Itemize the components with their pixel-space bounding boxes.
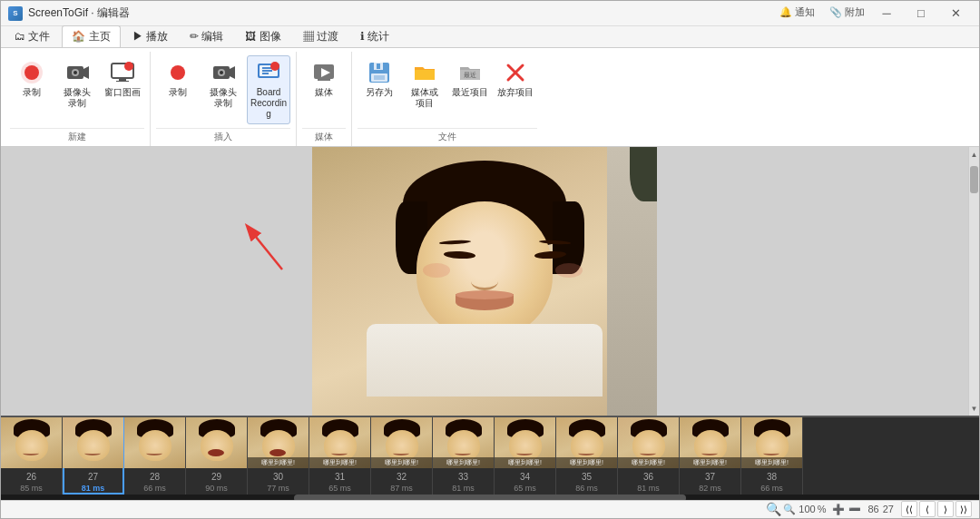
screen-record-label: 窗口图画 [104, 87, 141, 98]
timeline-frame-33[interactable]: 哪里到哪里! 33 81 ms [433, 417, 495, 495]
timeline-frame-27[interactable]: 27 81 ms [63, 417, 124, 495]
timeline-frame-29[interactable]: 29 90 ms [186, 417, 248, 495]
frame-number: 32 [397, 470, 407, 484]
group-insert: 录制 摄像头录制 [151, 52, 297, 146]
tab-trans[interactable]: ▦ 过渡 [293, 25, 348, 47]
record-icon [19, 60, 44, 85]
timeline-frame-36[interactable]: 哪里到哪里! 36 81 ms [618, 417, 680, 495]
frame-thumbnail: 哪里到哪里! [433, 417, 494, 468]
tab-file[interactable]: 🗂 文件 [5, 25, 60, 47]
group-media-label: 媒体 [302, 128, 346, 146]
svg-point-5 [74, 71, 77, 74]
frame-number: 28 [150, 470, 160, 484]
frame-overlay-text: 哪里到哪里! [680, 457, 740, 468]
board-recording-label: BoardRecording [250, 87, 288, 120]
svg-text:最近: 最近 [464, 72, 476, 78]
timeline-frame-38[interactable]: 哪里到哪里! 38 66 ms [741, 417, 803, 495]
timeline-scrollbar[interactable] [1, 495, 979, 500]
media-proj-label: 媒体或项目 [411, 87, 438, 109]
timeline-frame-28[interactable]: 28 66 ms [124, 417, 186, 495]
folder-icon [412, 60, 437, 85]
nav-next-button[interactable]: ⟩ [937, 501, 954, 517]
frame-time: 66 ms [760, 484, 783, 493]
media-label: 媒体 [315, 87, 333, 98]
ribbon-toolbar: 录制 摄像头录制 [1, 48, 979, 147]
svg-marker-3 [83, 66, 89, 79]
insert-camera-button[interactable]: 摄像头录制 [201, 55, 245, 113]
frame-overlay-text: 哪里到哪里! [309, 457, 370, 468]
timeline-frame-34[interactable]: 哪里到哪里! 34 65 ms [495, 417, 556, 495]
vertical-scrollbar[interactable]: ▲ ▼ [968, 147, 979, 416]
insert-camera-icon [211, 60, 236, 85]
tab-image[interactable]: 🖼 图像 [235, 25, 290, 47]
timeline-frame-30[interactable]: 哪里到哪里! 30 77 ms [248, 417, 309, 495]
frame-overlay-text: 哪里到哪里! [248, 457, 309, 468]
attach-btn[interactable]: 📎 附加 [824, 4, 870, 21]
record-button[interactable]: 录制 [10, 55, 54, 106]
svg-rect-29 [415, 70, 435, 80]
screen-record-button[interactable]: 窗口图画 [101, 55, 144, 106]
frame-time: 85 ms [20, 484, 43, 493]
close-button[interactable]: ✕ [939, 5, 972, 23]
frame-time: 66 ms [143, 484, 166, 493]
frame-number: 36 [643, 470, 653, 484]
timeline-frame-35[interactable]: 哪里到哪里! 35 86 ms [556, 417, 618, 495]
nav-prev-button[interactable]: ⟨ [919, 501, 936, 517]
main-content: ▲ ▼ 26 [1, 147, 979, 518]
frame-thumbnail: 哪里到哪里! [680, 417, 740, 468]
camera-record-label: 摄像头录制 [64, 87, 91, 109]
recent-button[interactable]: 最近 最近项目 [448, 55, 492, 106]
notify-btn[interactable]: 🔔 通知 [774, 4, 820, 21]
app-window: S ScreenToGif · 编辑器 🔔 通知 📎 附加 ─ □ ✕ 🗂 文件… [0, 0, 980, 519]
zoom-in-btn[interactable]: ➕ [832, 504, 845, 515]
board-recording-icon [256, 60, 281, 85]
frame-thumbnail: 哪里到哪里! [618, 417, 679, 468]
frame-overlay-text: 哪里到哪里! [495, 457, 555, 468]
timeline-frame-26[interactable]: 26 85 ms [1, 417, 63, 495]
frame-time: 87 ms [390, 484, 413, 493]
minimize-button[interactable]: ─ [870, 5, 903, 23]
frame-number: 33 [458, 470, 468, 484]
frame-thumbnail: 哪里到哪里! [741, 417, 802, 468]
discard-button[interactable]: 放弃项目 [494, 55, 537, 106]
status-bar: 🔍 🔍 100 % ➕ ➖ 86 27 ⟨⟨ ⟨ ⟩ ⟩⟩ [1, 500, 979, 518]
frame-thumbnail: 哪里到哪里! [495, 417, 555, 468]
timeline-frame-37[interactable]: 哪里到哪里! 37 82 ms [680, 417, 741, 495]
timeline-scroll-thumb[interactable] [294, 495, 685, 500]
frame-thumbnail [124, 417, 185, 468]
timeline-frame-32[interactable]: 哪里到哪里! 32 87 ms [371, 417, 433, 495]
scroll-thumb[interactable] [970, 166, 978, 193]
frame-time: 86 ms [575, 484, 598, 493]
frame-time: 81 ms [452, 484, 475, 493]
tab-stats[interactable]: ℹ 统计 [350, 25, 399, 47]
tab-edit[interactable]: ✏ 编辑 [180, 25, 233, 47]
tab-home[interactable]: 🏠 主页 [62, 25, 120, 47]
tab-play[interactable]: ▶ 播放 [122, 25, 178, 47]
nav-last-button[interactable]: ⟩⟩ [956, 501, 972, 517]
nav-first-button[interactable]: ⟨⟨ [901, 501, 917, 517]
zoom-minus-btn[interactable]: ➖ [848, 504, 861, 515]
nav-controls: ⟨⟨ ⟨ ⟩ ⟩⟩ [901, 501, 972, 517]
ribbon-tabs: 🗂 文件 🏠 主页 ▶ 播放 ✏ 编辑 🖼 图像 ▦ 过渡 ℹ 统计 [1, 26, 979, 48]
frame-number: 38 [767, 470, 777, 484]
svg-marker-12 [230, 66, 235, 79]
media-button[interactable]: 媒体 [302, 55, 346, 106]
frame-overlay-text: 哪里到哪里! [741, 457, 802, 468]
zoom-out-btn[interactable]: 🔍 [766, 502, 781, 516]
camera-record-icon [64, 60, 90, 85]
save-as-button[interactable]: 另存为 [358, 55, 401, 106]
title-bar: S ScreenToGif · 编辑器 🔔 通知 📎 附加 ─ □ ✕ [1, 1, 979, 26]
app-icon: S [8, 6, 23, 21]
scroll-up-arrow[interactable]: ▲ [969, 147, 980, 162]
timeline-frame-31[interactable]: 哪里到哪里! 31 65 ms [309, 417, 371, 495]
scroll-down-arrow[interactable]: ▼ [969, 401, 980, 416]
media-proj-button[interactable]: 媒体或项目 [403, 55, 446, 113]
timeline-area: 26 85 ms 27 81 ms [1, 416, 979, 500]
camera-record-button[interactable]: 摄像头录制 [55, 55, 99, 113]
maximize-button[interactable]: □ [905, 5, 937, 23]
frame-number: 29 [211, 470, 221, 484]
insert-record-button[interactable]: 录制 [156, 55, 200, 106]
board-recording-button[interactable]: BoardRecording [247, 55, 290, 124]
group-new-label: 新建 [10, 128, 144, 146]
group-file: 另存为 媒体或项目 [352, 52, 543, 146]
